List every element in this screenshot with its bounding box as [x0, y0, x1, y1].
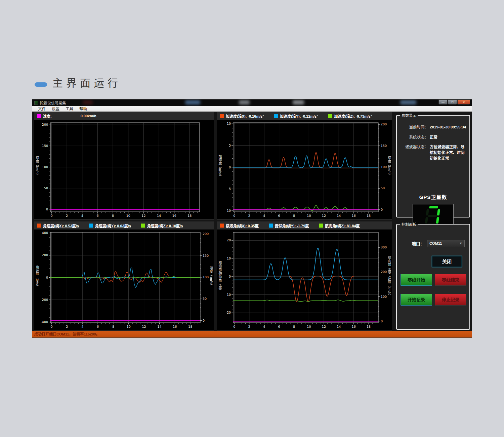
system-status-value: 正常	[428, 134, 437, 140]
svg-text:12: 12	[141, 214, 145, 217]
chart-svg: 024681012141618050100150200	[34, 120, 214, 219]
svg-text:0: 0	[233, 325, 235, 328]
svg-text:6: 6	[96, 214, 98, 217]
control-group-title: 控制面板	[400, 222, 418, 227]
svg-text:16: 16	[352, 214, 356, 217]
series-heading	[233, 300, 378, 302]
svg-text:10: 10	[227, 122, 231, 125]
port-row: 端口： COM11 ▼	[400, 240, 467, 247]
svg-text:200: 200	[203, 232, 209, 236]
svg-text:0: 0	[50, 214, 52, 217]
maximize-button[interactable]: □	[448, 100, 457, 105]
legend-swatch	[37, 114, 41, 118]
svg-text:8: 8	[293, 214, 295, 217]
main-content: 速度:0.00km/h 024681012141618050100150200速…	[32, 112, 472, 331]
svg-text:6: 6	[97, 325, 99, 328]
svg-text:8: 8	[293, 325, 295, 328]
legend-swatch	[220, 224, 224, 228]
titlebar-artifact	[400, 100, 416, 105]
menu-settings[interactable]: 设置	[49, 106, 62, 111]
svg-text:14: 14	[337, 214, 341, 217]
chart-svg: 024681012141618-10-50510050100150200	[217, 120, 392, 219]
svg-text:5: 5	[229, 144, 231, 147]
y-axis-title-right: 速度（km/h）	[209, 266, 214, 287]
svg-text:8: 8	[112, 214, 114, 217]
svg-text:4: 4	[81, 214, 83, 217]
svg-text:200: 200	[42, 123, 48, 126]
svg-text:18: 18	[367, 214, 371, 217]
legend-item: 俯仰角(绕Y): -1.79度	[269, 223, 309, 228]
svg-text:150: 150	[42, 144, 48, 148]
svg-text:0: 0	[233, 214, 235, 217]
heading-bullet	[35, 82, 47, 87]
svg-text:-10: -10	[225, 293, 231, 296]
legend-item: 角速度(绕Y): 0.03度/s	[89, 223, 131, 228]
svg-text:50: 50	[44, 186, 48, 190]
legend-swatch	[328, 114, 332, 118]
zero-line-end-button[interactable]: 零线结束	[435, 274, 466, 286]
svg-text:16: 16	[352, 325, 356, 328]
current-time-value: 2019-01-30 09:55:34	[428, 124, 466, 130]
chevron-down-icon: ▼	[459, 242, 462, 245]
menu-file[interactable]: 文件	[35, 106, 49, 111]
svg-text:100: 100	[42, 165, 48, 169]
legend-item: 角速度(绕X): 0.53度/s	[37, 223, 79, 228]
svg-text:4: 4	[263, 325, 265, 328]
svg-text:14: 14	[337, 325, 341, 328]
svg-text:18: 18	[187, 214, 192, 217]
svg-text:-10: -10	[225, 209, 231, 212]
close-window-button[interactable]: ✕	[457, 100, 470, 105]
menu-tools[interactable]: 工具	[62, 106, 76, 111]
system-status-label: 系统状态：	[400, 134, 428, 140]
svg-text:0: 0	[229, 275, 231, 278]
legend-label: 航向角(绕Z): 81.84度	[325, 223, 360, 228]
legend-label: 角速度(绕X): 0.53度/s	[43, 223, 79, 228]
y-axis-title-left: 速度（km/h）	[35, 156, 40, 177]
minimize-button[interactable]: —	[438, 100, 448, 105]
svg-text:-5: -5	[228, 187, 231, 191]
svg-text:18: 18	[188, 325, 192, 328]
gps-satellite-title: GPS卫星数	[400, 193, 467, 200]
legend-label: 角速度(绕Z): 0.10度/s	[147, 223, 183, 228]
svg-text:2: 2	[248, 214, 250, 217]
record-stop-button[interactable]: 停止记录	[435, 294, 466, 306]
legend-swatch	[274, 114, 278, 118]
record-start-button[interactable]: 开始记录	[401, 294, 432, 306]
svg-text:14: 14	[157, 214, 161, 217]
legend-swatch	[319, 224, 323, 228]
svg-text:0: 0	[229, 165, 231, 169]
chart-svg: 024681012141618-20-10010200100200300	[217, 230, 392, 330]
legend-item: 横滚角(绕X): 0.35度	[220, 223, 259, 228]
legend-item: 角速度(绕Z): 0.10度/s	[141, 223, 183, 228]
menu-help[interactable]: 帮助	[76, 106, 90, 111]
current-time-label: 当前时间：	[400, 124, 428, 130]
menubar: 文件 设置 工具 帮助	[32, 106, 472, 112]
chart-legend: 加速度(沿X): -0.16m/s²加速度(沿Y): -0.12m/s²加速度(…	[217, 112, 392, 120]
close-port-button[interactable]: 关闭	[432, 256, 462, 267]
svg-text:10: 10	[307, 325, 311, 328]
svg-text:300: 300	[381, 245, 387, 249]
parameter-display-group: 参数显示 当前时间： 2019-01-30 09:55:34 系统状态： 正常 …	[396, 113, 470, 217]
app-window: 陀螺仪信号采集 — □ ✕ 文件 设置 工具 帮助 速度:0.00km/h 02…	[32, 99, 472, 338]
legend-label: 加速度(沿Y): -0.12m/s²	[280, 113, 318, 119]
svg-text:0: 0	[203, 319, 205, 322]
zero-line-start-button[interactable]: 零线开始	[401, 274, 432, 286]
svg-text:-200: -200	[41, 298, 48, 302]
legend-label: 加速度(沿X): -0.16m/s²	[226, 113, 264, 119]
port-select[interactable]: COM11 ▼	[427, 240, 465, 247]
legend-item: 加速度(沿Z): -9.73m/s²	[328, 113, 372, 119]
svg-text:2: 2	[248, 325, 250, 328]
filter-status-label: 滤波器状态：	[400, 144, 428, 161]
legend-label: 角速度(绕Y): 0.03度/s	[95, 223, 131, 228]
legend-swatch	[37, 224, 41, 228]
legend-value: 0.00km/h	[81, 114, 96, 118]
app-icon	[34, 101, 38, 105]
svg-text:16: 16	[173, 325, 177, 328]
svg-text:200: 200	[381, 270, 387, 274]
svg-text:0: 0	[381, 208, 383, 211]
attitude-chart-panel: 横滚角(绕X): 0.35度俯仰角(绕Y): -1.79度航向角(绕Z): 81…	[217, 222, 392, 330]
angular-velocity-chart-panel: 角速度(绕X): 0.53度/s角速度(绕Y): 0.03度/s角速度(绕Z):…	[34, 222, 214, 330]
titlebar-artifact	[83, 100, 93, 105]
svg-text:0: 0	[50, 325, 52, 328]
svg-text:4: 4	[263, 214, 265, 217]
